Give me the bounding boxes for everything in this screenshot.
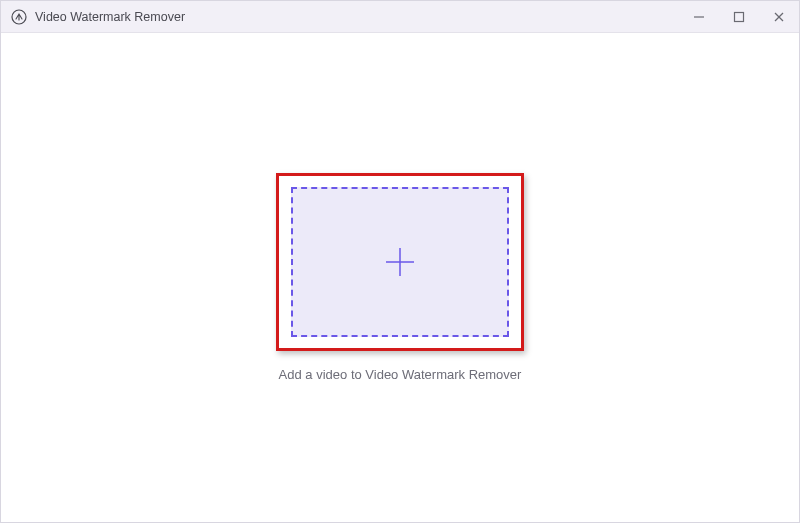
close-button[interactable] [759,1,799,32]
app-title: Video Watermark Remover [35,10,185,24]
app-window: Video Watermark Remover [0,0,800,523]
add-video-caption: Add a video to Video Watermark Remover [279,367,522,382]
maximize-button[interactable] [719,1,759,32]
add-video-dropzone[interactable] [291,187,509,337]
highlight-frame [276,173,524,351]
app-icon [11,9,27,25]
plus-icon [383,245,417,279]
maximize-icon [733,11,745,23]
close-icon [773,11,785,23]
minimize-icon [693,11,705,23]
svg-rect-2 [735,12,744,21]
minimize-button[interactable] [679,1,719,32]
window-controls [679,1,799,32]
titlebar: Video Watermark Remover [1,1,799,33]
main-content: Add a video to Video Watermark Remover [1,33,799,522]
